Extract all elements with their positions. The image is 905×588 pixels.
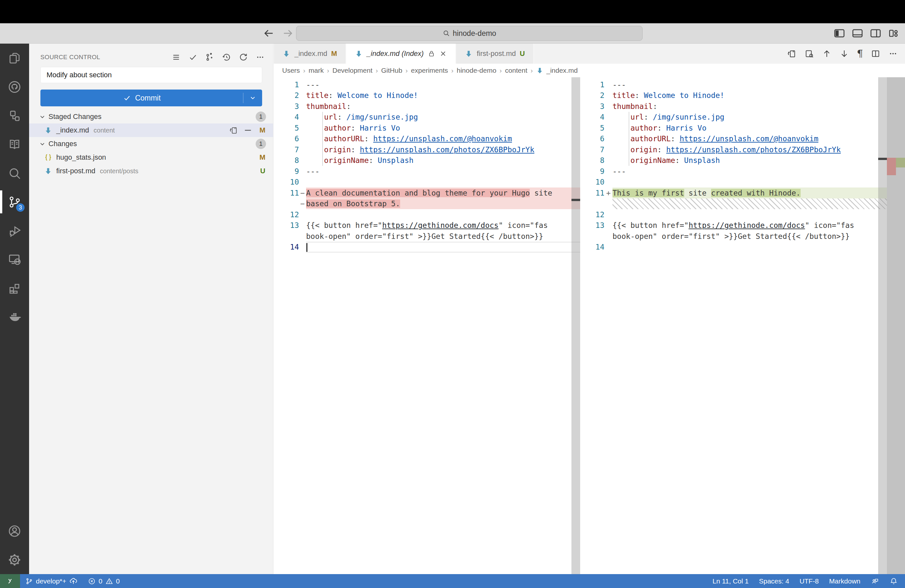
commit-dropdown-button[interactable] (243, 94, 262, 102)
inline-view-icon[interactable] (805, 49, 814, 59)
code-line[interactable]: 12 (585, 209, 905, 220)
code-line[interactable]: 1--- (274, 79, 580, 90)
navigate-forward-icon[interactable] (282, 27, 294, 40)
navigate-back-icon[interactable] (262, 27, 275, 40)
more-actions-icon[interactable] (888, 49, 898, 59)
commit-message-input[interactable] (40, 67, 262, 83)
code-line[interactable]: 13{{< button href="https://gethinode.com… (274, 220, 580, 231)
command-center-search[interactable]: hinode-demo (296, 26, 643, 41)
code-line[interactable]: 7 origin: https://unsplash.com/photos/ZX… (274, 144, 580, 155)
code-line[interactable]: 11−A clean documentation and blog theme … (274, 188, 580, 199)
code-line[interactable]: 13{{< button href="https://gethinode.com… (585, 220, 905, 231)
code-line[interactable]: book-open" order="first" >}}Get Started{… (274, 231, 580, 242)
tab-first-post-md[interactable]: first-post.md U (456, 44, 534, 64)
activity-extensions[interactable] (0, 274, 29, 303)
code-line[interactable]: 14 (274, 242, 580, 253)
code-line[interactable]: 5 author: Harris Vo (274, 122, 580, 133)
code-line[interactable]: 6 authorURL: https://unsplash.com/@hoanv… (585, 133, 905, 145)
unstage-changes-icon[interactable] (243, 126, 252, 135)
branch-status[interactable]: develop*+ (20, 574, 83, 588)
indentation-setting[interactable]: Spaces: 4 (754, 577, 794, 585)
commit-button[interactable]: Commit (40, 89, 262, 106)
breadcrumb-item[interactable]: content (505, 67, 527, 74)
history-icon[interactable] (222, 52, 232, 62)
refresh-icon[interactable] (238, 52, 248, 62)
remote-indicator[interactable] (0, 574, 20, 588)
create-branch-icon[interactable] (205, 52, 214, 62)
breadcrumb-item[interactable]: hinode-demo (457, 67, 497, 74)
activity-account[interactable] (0, 516, 29, 545)
toggle-primary-sidebar-icon[interactable] (833, 27, 846, 40)
code-line[interactable]: 10 (274, 177, 580, 188)
toggle-panel-icon[interactable] (851, 27, 864, 40)
code-line[interactable]: 3thumbnail: (585, 101, 905, 112)
code-line[interactable]: 9--- (585, 166, 905, 177)
notifications-button[interactable] (884, 577, 905, 585)
code-line[interactable]: 12 (274, 209, 580, 220)
breadcrumb-item[interactable]: Users (282, 67, 300, 74)
code-line[interactable]: 4 url: /img/sunrise.jpg (585, 112, 905, 123)
breadcrumb-file[interactable]: _index.md (536, 67, 578, 74)
code-line[interactable]: 8 originName: Unsplash (585, 155, 905, 166)
code-line[interactable]: 5 author: Harris Vo (585, 122, 905, 133)
file-row-hugo-stats[interactable]: hugo_stats.json M (29, 151, 273, 164)
commit-check-icon[interactable] (188, 52, 198, 62)
code-line[interactable]: 8 originName: Unsplash (274, 155, 580, 166)
breadcrumb-item[interactable]: Development (333, 67, 373, 74)
code-line[interactable]: −based on Bootstrap 5. (274, 199, 580, 210)
diff-original-pane[interactable]: 1---2title: Welcome to Hinode!3thumbnail… (274, 77, 580, 574)
code-line[interactable] (585, 199, 905, 210)
previous-change-icon[interactable] (822, 49, 832, 59)
tab-index-md[interactable]: _index.md M (274, 44, 346, 64)
language-mode[interactable]: Markdown (824, 577, 865, 585)
code-line[interactable]: 7 origin: https://unsplash.com/photos/ZX… (585, 144, 905, 155)
activity-explorer[interactable] (0, 44, 29, 72)
activity-remote-explorer[interactable] (0, 245, 29, 274)
group-changes[interactable]: Changes 1 (29, 137, 273, 151)
code-line[interactable]: 2title: Welcome to Hinode! (585, 90, 905, 101)
encoding-setting[interactable]: UTF-8 (794, 577, 824, 585)
file-row-first-post[interactable]: first-post.md content/posts U (29, 164, 273, 178)
activity-source-control[interactable]: 3 (0, 188, 29, 216)
split-editor-icon[interactable] (871, 49, 880, 59)
cursor-position[interactable]: Ln 11, Col 1 (708, 577, 754, 585)
breadcrumb-item[interactable]: GitHub (381, 67, 402, 74)
activity-run-debug[interactable] (0, 216, 29, 245)
open-file-icon[interactable] (787, 49, 797, 59)
activity-search[interactable] (0, 159, 29, 188)
code-line[interactable]: 9--- (274, 166, 580, 177)
code-line[interactable]: 3thumbnail: (274, 101, 580, 112)
scrollbar[interactable] (572, 77, 580, 574)
activity-docker[interactable] (0, 303, 29, 331)
activity-book[interactable] (0, 130, 29, 159)
code-line[interactable]: 1--- (585, 79, 905, 90)
breadcrumb-item[interactable]: mark (309, 67, 324, 74)
close-icon[interactable] (439, 50, 447, 57)
customize-layout-icon[interactable] (888, 27, 900, 40)
problems-status[interactable]: 0 0 (83, 574, 125, 588)
toggle-whitespace-icon[interactable]: ¶ (857, 49, 863, 59)
next-change-icon[interactable] (839, 49, 849, 59)
breadcrumb[interactable]: Users›mark›Development›GitHub›experiment… (274, 64, 905, 77)
toggle-secondary-sidebar-icon[interactable] (869, 27, 882, 40)
code-line[interactable]: 2title: Welcome to Hinode! (274, 90, 580, 101)
tab-index-md-diff[interactable]: _index.md (Index) (346, 44, 456, 64)
open-file-icon[interactable] (229, 126, 238, 135)
code-line[interactable]: 14 (585, 242, 905, 253)
activity-github[interactable] (0, 72, 29, 101)
code-line[interactable]: 4 url: /img/sunrise.jpg (274, 112, 580, 123)
scrollbar[interactable] (878, 77, 887, 574)
code-line[interactable]: 6 authorURL: https://unsplash.com/@hoanv… (274, 133, 580, 145)
more-actions-icon[interactable] (256, 52, 265, 62)
breadcrumb-item[interactable]: experiments (411, 67, 448, 74)
group-staged-changes[interactable]: Staged Changes 1 (29, 110, 273, 124)
file-row-index-md[interactable]: _index.md content M (29, 124, 273, 137)
activity-settings[interactable] (0, 545, 29, 574)
diff-modified-pane[interactable]: 1---2title: Welcome to Hinode!3thumbnail… (585, 77, 905, 574)
feedback-button[interactable] (865, 577, 884, 585)
activity-hierarchy[interactable] (0, 101, 29, 130)
code-line[interactable]: 10 (585, 177, 905, 188)
code-line[interactable]: 11+This is my first site created with Hi… (585, 188, 905, 199)
code-line[interactable]: book-open" order="first" >}}Get Started{… (585, 231, 905, 242)
view-as-list-icon[interactable] (171, 52, 181, 62)
